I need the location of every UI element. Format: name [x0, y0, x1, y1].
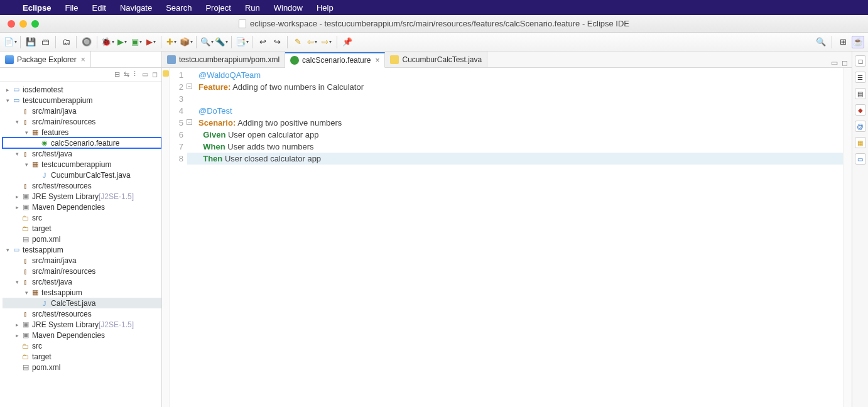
left-ruler[interactable] — [162, 68, 170, 407]
maximize-window-button[interactable] — [31, 20, 39, 28]
new-package-button[interactable]: 📦 — [180, 36, 192, 48]
link-editor-button[interactable]: ⇆ — [124, 70, 129, 79]
search-button[interactable]: 🔦 — [215, 36, 227, 48]
code-line-5[interactable]: Scenario: Adding two positive numbers — [198, 117, 843, 129]
menu-search[interactable]: Search — [166, 3, 192, 13]
tree-twisty[interactable]: ▸ — [4, 87, 11, 93]
tree-item-src[interactable]: 🗀src — [3, 340, 161, 351]
tree-item-jre-system-library[interactable]: ▸▣JRE System Library [J2SE-1.5] — [3, 319, 161, 330]
tree-item-src-main-java[interactable]: ⫿src/main/java — [3, 255, 161, 266]
code-line-6[interactable]: Given User open calculator app — [198, 129, 843, 141]
editor-tab-testcucumberappium-pom-xml[interactable]: testcucumberappium/pom.xml — [162, 52, 285, 67]
new-button[interactable]: 📄 — [4, 36, 16, 48]
menu-project[interactable]: Project — [205, 3, 231, 13]
close-view-button[interactable]: × — [81, 55, 85, 64]
open-type-button[interactable]: 🔍 — [200, 36, 213, 48]
tree-item-src-test-resources[interactable]: ⫿src/test/resources — [3, 180, 161, 191]
tree-twisty[interactable]: ▾ — [23, 161, 30, 168]
close-tab-button[interactable]: × — [375, 56, 379, 65]
project-tree[interactable]: ▸▭iosdemotest▾▭testcucumberappium⫿src/ma… — [0, 82, 161, 407]
annotation-view-button[interactable]: @ — [855, 121, 866, 132]
tree-item-pom-xml[interactable]: ▤pom.xml — [3, 234, 161, 244]
prev-annotation-button[interactable]: ↩ — [256, 36, 269, 48]
bookmark-view-button[interactable]: ◆ — [855, 104, 866, 116]
next-annotation-button[interactable]: ↪ — [271, 36, 283, 48]
code-line-8[interactable]: Then User closed calculator app — [187, 153, 843, 165]
doc-view-button[interactable]: ▦ — [855, 137, 866, 148]
menu-run[interactable]: Run — [245, 3, 260, 13]
search-access-button[interactable]: 🔍 — [815, 36, 827, 48]
editor-tab-cucumburcalctest-java[interactable]: CucumburCalcTest.java — [385, 52, 487, 67]
coverage-button[interactable]: ▣ — [130, 36, 143, 48]
pin-editor-button[interactable]: 📌 — [341, 36, 354, 48]
tree-item-testsappium[interactable]: ▾▦testsappium — [3, 287, 161, 298]
tree-item-target[interactable]: 🗀target — [3, 223, 161, 234]
app-menu[interactable]: Eclipse — [23, 3, 52, 13]
code-editor[interactable]: @WaldoQATeamFeature: Adding of two numbe… — [187, 68, 843, 407]
project-testcucumberappium[interactable]: ▾▭testcucumberappium — [3, 95, 161, 106]
debug-button[interactable]: 🐞 — [101, 36, 114, 48]
restore-view-button[interactable]: ◻ — [855, 55, 866, 67]
save-all-button[interactable]: 🗃 — [39, 36, 52, 48]
code-line-3[interactable] — [198, 93, 843, 105]
tree-item-features[interactable]: ▾▦features — [3, 127, 161, 138]
tree-twisty[interactable]: ▾ — [13, 279, 21, 285]
minimize-editor-button[interactable]: ▭ — [831, 58, 838, 67]
tree-item-calcscenario-feature[interactable]: ◉calcScenario.feature — [3, 138, 161, 148]
tree-item-target[interactable]: 🗀target — [3, 351, 161, 362]
package-explorer-tab[interactable]: Package Explorer × — [0, 52, 91, 67]
tree-item-src-main-resources[interactable]: ▾⫿src/main/resources — [3, 116, 161, 127]
tree-item-src-main-java[interactable]: ⫿src/main/java — [3, 106, 161, 116]
tree-twisty[interactable]: ▸ — [13, 322, 21, 328]
tree-twisty[interactable]: ▾ — [13, 119, 21, 125]
tree-twisty[interactable]: ▸ — [13, 204, 21, 210]
forward-button[interactable]: ⇨ — [320, 36, 333, 48]
outline-view-button[interactable]: ☰ — [855, 72, 866, 83]
code-line-4[interactable]: @DoTest — [198, 105, 843, 117]
tree-twisty[interactable]: ▾ — [13, 151, 21, 157]
line-number-gutter[interactable]: 12−345−678 — [170, 68, 187, 407]
tree-item-cucumburcalctest-java[interactable]: JCucumburCalcTest.java — [3, 170, 161, 180]
tree-item-jre-system-library[interactable]: ▸▣JRE System Library [J2SE-1.5] — [3, 191, 161, 202]
open-perspective-button[interactable]: ⊞ — [837, 36, 849, 48]
close-window-button[interactable] — [8, 20, 15, 28]
java-perspective-button[interactable]: ☕ — [852, 36, 864, 48]
run-button[interactable]: ▶ — [116, 36, 128, 48]
mac-menu-bar[interactable]: Eclipse File Edit Navigate Search Projec… — [0, 0, 868, 15]
tree-twisty[interactable]: ▸ — [13, 193, 21, 200]
fold-toggle[interactable]: − — [187, 119, 192, 125]
menu-navigate[interactable]: Navigate — [120, 3, 152, 13]
collapse-all-button[interactable]: ⊟ — [114, 70, 120, 79]
code-line-1[interactable]: @WaldoQATeam — [198, 69, 843, 81]
tree-item-calctest-java[interactable]: JCalcTest.java — [3, 298, 161, 308]
skip-breakpoints-button[interactable]: 🔘 — [80, 36, 93, 48]
tree-item-src-test-resources[interactable]: ⫿src/test/resources — [3, 308, 161, 319]
tree-twisty[interactable]: ▾ — [23, 129, 30, 136]
project-testsappium[interactable]: ▾▭testsappium — [3, 244, 161, 255]
new-java-button[interactable]: ✚ — [165, 36, 178, 48]
minimize-view-button[interactable]: ▭ — [142, 70, 148, 79]
save-button[interactable]: 💾 — [24, 36, 37, 48]
menu-window[interactable]: Window — [274, 3, 303, 13]
tree-item-src-test-java[interactable]: ▾⫿src/test/java — [3, 148, 161, 159]
tree-item-maven-dependencies[interactable]: ▸▣Maven Dependencies — [3, 330, 161, 340]
menu-file[interactable]: File — [65, 3, 79, 13]
tree-twisty[interactable]: ▾ — [23, 290, 30, 296]
project-iosdemotest[interactable]: ▸▭iosdemotest — [3, 84, 161, 95]
minimize-window-button[interactable] — [19, 20, 27, 28]
maximize-view-button[interactable]: ◻ — [152, 70, 158, 79]
code-line-7[interactable]: When User adds two numbers — [198, 141, 843, 153]
maximize-editor-button[interactable]: ◻ — [842, 58, 848, 67]
tree-item-pom-xml[interactable]: ▤pom.xml — [3, 362, 161, 372]
fold-toggle[interactable]: − — [187, 84, 192, 89]
toggle-mark-button[interactable]: 📑 — [236, 36, 248, 48]
tree-twisty[interactable]: ▾ — [4, 97, 11, 104]
last-edit-button[interactable]: ✎ — [291, 36, 304, 48]
external-tools-button[interactable]: ▶ — [144, 36, 157, 48]
editor-tab-calcscenario-feature[interactable]: calcScenario.feature× — [285, 52, 385, 68]
tree-item-maven-dependencies[interactable]: ▸▣Maven Dependencies — [3, 202, 161, 212]
menu-edit[interactable]: Edit — [92, 3, 106, 13]
warning-marker-icon[interactable] — [163, 70, 169, 77]
task-list-view-button[interactable]: ▤ — [855, 88, 866, 99]
menu-help[interactable]: Help — [317, 3, 334, 13]
